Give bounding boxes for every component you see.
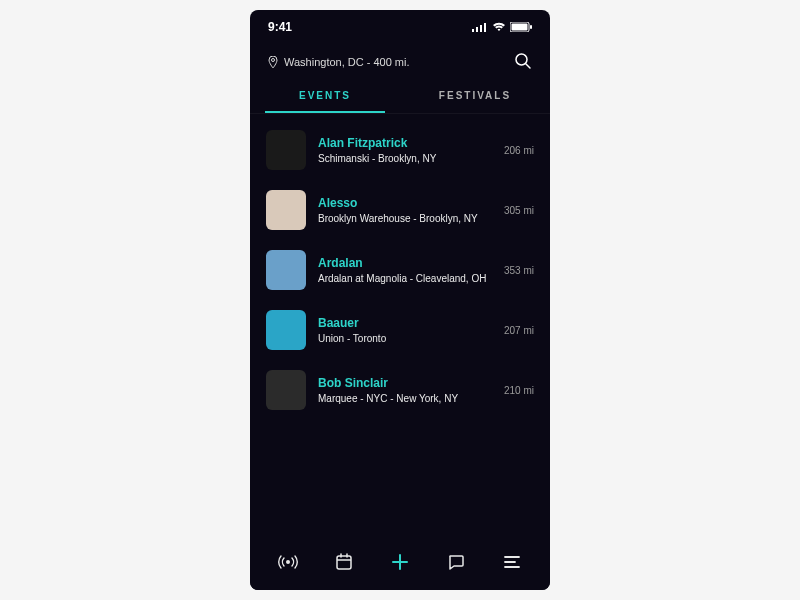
plus-icon [391, 553, 409, 571]
svg-rect-3 [484, 23, 486, 32]
status-bar: 9:41 [250, 10, 550, 38]
battery-icon [510, 22, 532, 32]
venue-text: Schimanski - Brooklyn, NY [318, 153, 492, 164]
search-icon [514, 52, 532, 70]
venue-text: Brooklyn Warehouse - Brooklyn, NY [318, 213, 492, 224]
svg-rect-0 [472, 29, 474, 32]
nav-live[interactable] [270, 550, 306, 574]
chat-icon [447, 553, 465, 571]
svg-rect-5 [512, 24, 528, 31]
events-list[interactable]: Alan Fitzpatrick Schimanski - Brooklyn, … [250, 114, 550, 536]
status-time: 9:41 [268, 20, 292, 34]
event-info: Baauer Union - Toronto [318, 316, 492, 344]
calendar-icon [335, 553, 353, 571]
nav-chat[interactable] [438, 550, 474, 574]
phone-frame: 9:41 Washington, DC - 400 mi. EVENTS FES… [250, 10, 550, 590]
artist-name: Baauer [318, 316, 492, 330]
search-button[interactable] [514, 52, 532, 72]
signal-icon [472, 22, 488, 32]
list-item[interactable]: Baauer Union - Toronto 207 mi [250, 300, 550, 360]
avatar [266, 370, 306, 410]
svg-rect-1 [476, 27, 478, 32]
location-selector[interactable]: Washington, DC - 400 mi. [268, 56, 410, 68]
location-text: Washington, DC - 400 mi. [284, 56, 410, 68]
venue-text: Union - Toronto [318, 333, 492, 344]
svg-point-7 [516, 54, 527, 65]
distance-label: 210 mi [504, 385, 534, 396]
svg-line-8 [526, 64, 530, 68]
tabs: EVENTS FESTIVALS [250, 80, 550, 114]
tab-festivals[interactable]: FESTIVALS [400, 80, 550, 113]
list-item[interactable]: Bob Sinclair Marquee - NYC - New York, N… [250, 360, 550, 420]
list-item[interactable]: Alan Fitzpatrick Schimanski - Brooklyn, … [250, 120, 550, 180]
tab-events[interactable]: EVENTS [250, 80, 400, 113]
event-info: Alesso Brooklyn Warehouse - Brooklyn, NY [318, 196, 492, 224]
venue-text: Marquee - NYC - New York, NY [318, 393, 492, 404]
nav-menu[interactable] [494, 550, 530, 574]
avatar [266, 130, 306, 170]
svg-rect-6 [530, 25, 532, 29]
distance-label: 353 mi [504, 265, 534, 276]
distance-label: 305 mi [504, 205, 534, 216]
artist-name: Ardalan [318, 256, 492, 270]
distance-label: 206 mi [504, 145, 534, 156]
status-icons [472, 22, 532, 32]
pin-icon [268, 56, 278, 68]
distance-label: 207 mi [504, 325, 534, 336]
event-info: Ardalan Ardalan at Magnolia - Cleaveland… [318, 256, 492, 284]
event-info: Alan Fitzpatrick Schimanski - Brooklyn, … [318, 136, 492, 164]
event-info: Bob Sinclair Marquee - NYC - New York, N… [318, 376, 492, 404]
avatar [266, 190, 306, 230]
menu-icon [503, 555, 521, 569]
nav-calendar[interactable] [326, 550, 362, 574]
svg-point-9 [286, 560, 290, 564]
list-item[interactable]: Alesso Brooklyn Warehouse - Brooklyn, NY… [250, 180, 550, 240]
broadcast-icon [278, 554, 298, 570]
svg-rect-2 [480, 25, 482, 32]
avatar [266, 310, 306, 350]
artist-name: Bob Sinclair [318, 376, 492, 390]
location-row: Washington, DC - 400 mi. [250, 38, 550, 80]
nav-add[interactable] [382, 550, 418, 574]
svg-rect-10 [337, 556, 351, 569]
list-item[interactable]: Ardalan Ardalan at Magnolia - Cleaveland… [250, 240, 550, 300]
bottom-nav [250, 536, 550, 590]
artist-name: Alan Fitzpatrick [318, 136, 492, 150]
wifi-icon [492, 22, 506, 32]
artist-name: Alesso [318, 196, 492, 210]
venue-text: Ardalan at Magnolia - Cleaveland, OH [318, 273, 492, 284]
avatar [266, 250, 306, 290]
